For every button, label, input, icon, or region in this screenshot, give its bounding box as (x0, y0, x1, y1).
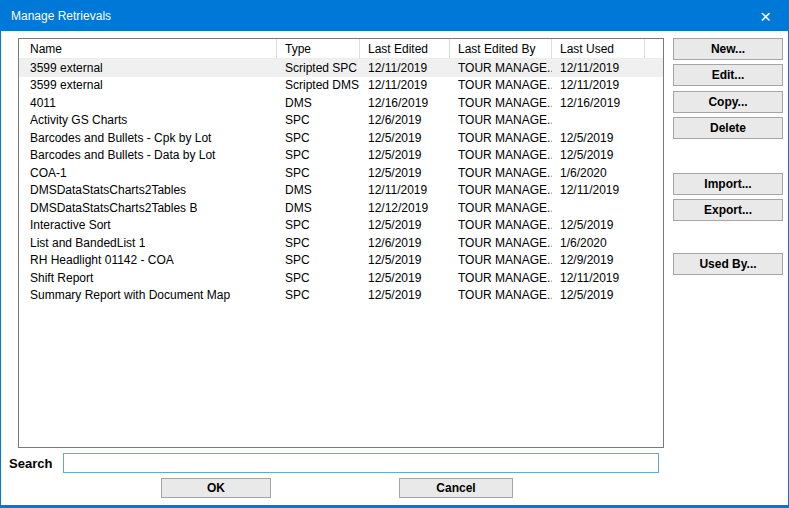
ok-button[interactable]: OK (161, 478, 271, 498)
table-row[interactable]: RH Headlight 01142 - COA SPC 12/5/2019 T… (19, 252, 663, 270)
cell-last-edited-by: TOUR MANAGE... (450, 129, 552, 147)
table-row[interactable]: 3599 external Scripted SPC 12/11/2019 TO… (19, 59, 663, 77)
edit-button[interactable]: Edit... (673, 64, 783, 86)
column-header-name[interactable]: Name (19, 39, 277, 58)
search-input[interactable] (63, 453, 659, 473)
cell-name: RH Headlight 01142 - COA (19, 252, 277, 270)
cell-last-edited: 12/5/2019 (360, 129, 450, 147)
cell-name: 3599 external (19, 77, 277, 95)
cell-name: DMSDataStatsCharts2Tables B (19, 199, 277, 217)
cell-last-used: 12/5/2019 (552, 147, 645, 165)
cell-type: SPC (277, 252, 360, 270)
cell-type: DMS (277, 182, 360, 200)
cell-last-used: 12/9/2019 (552, 252, 645, 270)
cell-last-edited-by: TOUR MANAGE... (450, 164, 552, 182)
column-header-last-used[interactable]: Last Used (552, 39, 645, 58)
new-button[interactable]: New... (673, 38, 783, 60)
cell-last-edited-by: TOUR MANAGE... (450, 147, 552, 165)
table-row[interactable]: Summary Report with Document Map SPC 12/… (19, 287, 663, 305)
table-row[interactable]: Barcodes and Bullets - Data by Lot SPC 1… (19, 147, 663, 165)
cell-last-edited: 12/5/2019 (360, 269, 450, 287)
table-row[interactable]: Barcodes and Bullets - Cpk by Lot SPC 12… (19, 129, 663, 147)
titlebar: Manage Retrievals × (1, 1, 788, 31)
used-by-button[interactable]: Used By... (673, 253, 783, 275)
cell-type: SPC (277, 129, 360, 147)
cell-type: SPC (277, 147, 360, 165)
column-header-type[interactable]: Type (277, 39, 360, 58)
cell-last-edited: 12/16/2019 (360, 94, 450, 112)
cell-type: SPC (277, 234, 360, 252)
table-row[interactable]: DMSDataStatsCharts2Tables B DMS 12/12/20… (19, 199, 663, 217)
cell-last-edited: 12/11/2019 (360, 182, 450, 200)
cell-type: SPC (277, 112, 360, 130)
cell-last-used: 1/6/2020 (552, 234, 645, 252)
cell-last-edited: 12/5/2019 (360, 252, 450, 270)
search-label: Search (9, 456, 52, 471)
cell-last-edited-by: TOUR MANAGE... (450, 182, 552, 200)
cell-last-edited: 12/5/2019 (360, 217, 450, 235)
window-title: Manage Retrievals (1, 9, 111, 23)
cell-name: List and BandedList 1 (19, 234, 277, 252)
cell-last-edited: 12/11/2019 (360, 77, 450, 95)
cell-last-edited: 12/6/2019 (360, 234, 450, 252)
cell-last-used: 12/11/2019 (552, 182, 645, 200)
manage-retrievals-dialog: Manage Retrievals × Name Type Last Edite… (0, 0, 789, 508)
table-row[interactable]: Shift Report SPC 12/5/2019 TOUR MANAGE..… (19, 269, 663, 287)
cell-name: 4011 (19, 94, 277, 112)
export-button[interactable]: Export... (673, 199, 783, 221)
table-row[interactable]: Interactive Sort SPC 12/5/2019 TOUR MANA… (19, 217, 663, 235)
table-row[interactable]: 3599 external Scripted DMS 12/11/2019 TO… (19, 77, 663, 95)
cell-name: Barcodes and Bullets - Data by Lot (19, 147, 277, 165)
cell-last-used: 12/5/2019 (552, 217, 645, 235)
cell-type: DMS (277, 199, 360, 217)
cell-last-edited: 12/5/2019 (360, 287, 450, 305)
table-row[interactable]: DMSDataStatsCharts2Tables DMS 12/11/2019… (19, 182, 663, 200)
cell-last-edited-by: TOUR MANAGE... (450, 112, 552, 130)
cell-last-used: 1/6/2020 (552, 164, 645, 182)
cell-last-used: 12/11/2019 (552, 269, 645, 287)
cell-last-edited: 12/5/2019 (360, 147, 450, 165)
delete-button[interactable]: Delete (673, 117, 783, 139)
close-icon[interactable]: × (743, 1, 788, 31)
list-header: Name Type Last Edited Last Edited By Las… (19, 39, 663, 59)
cell-last-used (552, 112, 645, 130)
cell-last-edited-by: TOUR MANAGE... (450, 59, 552, 77)
cell-type: Scripted DMS (277, 77, 360, 95)
cell-last-used (552, 199, 645, 217)
cell-type: Scripted SPC (277, 59, 360, 77)
cell-type: SPC (277, 164, 360, 182)
column-header-last-edited[interactable]: Last Edited (360, 39, 450, 58)
cell-last-used: 12/5/2019 (552, 287, 645, 305)
cell-name: Shift Report (19, 269, 277, 287)
cell-last-edited-by: TOUR MANAGE... (450, 269, 552, 287)
cell-name: Barcodes and Bullets - Cpk by Lot (19, 129, 277, 147)
cell-last-edited-by: TOUR MANAGE... (450, 252, 552, 270)
cancel-button[interactable]: Cancel (399, 478, 513, 498)
cell-last-edited: 12/11/2019 (360, 59, 450, 77)
cell-last-edited-by: TOUR MANAGE... (450, 199, 552, 217)
table-row[interactable]: 4011 DMS 12/16/2019 TOUR MANAGE... 12/16… (19, 94, 663, 112)
table-row[interactable]: Activity GS Charts SPC 12/6/2019 TOUR MA… (19, 112, 663, 130)
cell-name: 3599 external (19, 59, 277, 77)
table-row[interactable]: COA-1 SPC 12/5/2019 TOUR MANAGE... 1/6/2… (19, 164, 663, 182)
retrievals-list: Name Type Last Edited Last Edited By Las… (18, 38, 664, 448)
cell-type: DMS (277, 94, 360, 112)
cell-last-edited-by: TOUR MANAGE... (450, 287, 552, 305)
cell-name: DMSDataStatsCharts2Tables (19, 182, 277, 200)
cell-last-used: 12/11/2019 (552, 77, 645, 95)
cell-last-edited-by: TOUR MANAGE... (450, 77, 552, 95)
cell-last-edited: 12/6/2019 (360, 112, 450, 130)
cell-name: Activity GS Charts (19, 112, 277, 130)
cell-last-edited: 12/12/2019 (360, 199, 450, 217)
cell-name: Summary Report with Document Map (19, 287, 277, 305)
list-body: 3599 external Scripted SPC 12/11/2019 TO… (19, 59, 663, 304)
column-header-last-edited-by[interactable]: Last Edited By (450, 39, 552, 58)
cell-type: SPC (277, 217, 360, 235)
cell-name: Interactive Sort (19, 217, 277, 235)
table-row[interactable]: List and BandedList 1 SPC 12/6/2019 TOUR… (19, 234, 663, 252)
copy-button[interactable]: Copy... (673, 91, 783, 113)
cell-type: SPC (277, 287, 360, 305)
import-button[interactable]: Import... (673, 173, 783, 195)
cell-last-edited-by: TOUR MANAGE... (450, 217, 552, 235)
cell-last-used: 12/16/2019 (552, 94, 645, 112)
